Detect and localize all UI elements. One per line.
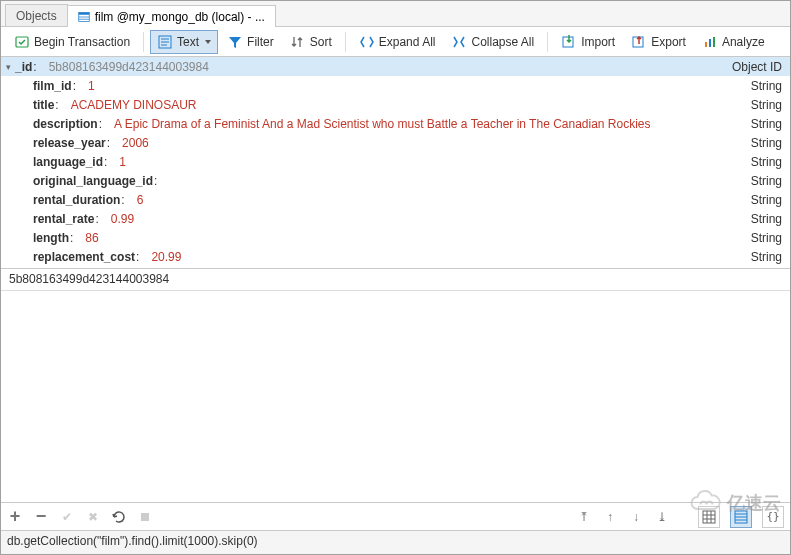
document-view: ▾_id:5b808163499d423144003984Object IDfi… [1, 57, 790, 268]
colon: : [73, 79, 76, 93]
field-row-release_year[interactable]: release_year:2006String [1, 133, 790, 152]
field-value: 20.99 [151, 250, 181, 264]
field-row-language_id[interactable]: language_id:1String [1, 152, 790, 171]
field-value: 6 [137, 193, 144, 207]
analyze-button[interactable]: Analyze [695, 30, 772, 54]
field-value: 1 [88, 79, 95, 93]
transaction-icon [14, 34, 30, 50]
collapse-all-label: Collapse All [471, 35, 534, 49]
field-key: film_id [33, 79, 72, 93]
svg-rect-1 [78, 12, 89, 14]
sort-label: Sort [310, 35, 332, 49]
collapse-icon[interactable]: ▾ [1, 62, 15, 72]
json-icon: {} [766, 510, 779, 523]
import-icon [561, 34, 577, 50]
text-view-button[interactable]: Text [150, 30, 218, 54]
colon: : [55, 98, 58, 112]
tab-bar: Objects film @my_mongo_db (local) - ... [1, 1, 790, 27]
field-row-description[interactable]: description:A Epic Drama of a Feminist A… [1, 114, 790, 133]
stop-button[interactable] [137, 509, 153, 525]
prev-page-button[interactable]: ↑ [602, 509, 618, 525]
field-row-length[interactable]: length:86String [1, 228, 790, 247]
sort-button[interactable]: Sort [283, 30, 339, 54]
field-value: 2006 [122, 136, 149, 150]
colon: : [136, 250, 139, 264]
field-value: A Epic Drama of a Feminist And a Mad Sci… [114, 117, 651, 131]
tab-film-label: film @my_mongo_db (local) - ... [95, 6, 265, 28]
import-label: Import [581, 35, 615, 49]
field-type: String [751, 193, 782, 207]
svg-rect-13 [713, 37, 715, 47]
export-button[interactable]: Export [624, 30, 693, 54]
field-type: String [751, 98, 782, 112]
field-key: _id [15, 60, 32, 74]
query-text: db.getCollection("film").find().limit(10… [7, 534, 258, 548]
remove-record-button[interactable]: − [33, 509, 49, 525]
colon: : [70, 231, 73, 245]
next-page-button[interactable]: ↓ [628, 509, 644, 525]
field-row-title[interactable]: title:ACADEMY DINOSAURString [1, 95, 790, 114]
field-row-replacement_cost[interactable]: replacement_cost:20.99String [1, 247, 790, 266]
import-button[interactable]: Import [554, 30, 622, 54]
separator [143, 32, 144, 52]
field-type: String [751, 250, 782, 264]
json-view-button[interactable]: {} [762, 506, 784, 528]
colon: : [104, 155, 107, 169]
field-type: String [751, 155, 782, 169]
field-type: String [751, 231, 782, 245]
tab-objects[interactable]: Objects [5, 4, 68, 26]
first-page-button[interactable]: ⤒ [576, 509, 592, 525]
field-key: title [33, 98, 54, 112]
tab-film[interactable]: film @my_mongo_db (local) - ... [67, 5, 276, 27]
field-value: 1 [119, 155, 126, 169]
field-row-film_id[interactable]: film_id:1String [1, 76, 790, 95]
field-row-_id[interactable]: ▾_id:5b808163499d423144003984Object ID [1, 57, 790, 76]
status-bar: 5b808163499d423144003984 [1, 268, 790, 290]
field-row-rental_duration[interactable]: rental_duration:6String [1, 190, 790, 209]
svg-rect-12 [709, 39, 711, 47]
toolbar: Begin Transaction Text Filter Sort Expan… [1, 27, 790, 57]
field-row-original_language_id[interactable]: original_language_id:String [1, 171, 790, 190]
field-key: description [33, 117, 98, 131]
svg-rect-15 [703, 511, 715, 523]
empty-panel [1, 290, 790, 502]
text-dropdown-icon[interactable] [205, 40, 211, 44]
refresh-button[interactable] [111, 509, 127, 525]
status-text: 5b808163499d423144003984 [9, 272, 169, 286]
filter-icon [227, 34, 243, 50]
colon: : [107, 136, 110, 150]
field-type: String [751, 212, 782, 226]
export-icon [631, 34, 647, 50]
add-record-button[interactable]: + [7, 509, 23, 525]
colon: : [154, 174, 157, 188]
field-value: 5b808163499d423144003984 [49, 60, 209, 74]
field-value: 0.99 [111, 212, 134, 226]
field-value: 86 [85, 231, 98, 245]
field-key: release_year [33, 136, 106, 150]
cancel-button[interactable]: ✖ [85, 509, 101, 525]
analyze-label: Analyze [722, 35, 765, 49]
filter-button[interactable]: Filter [220, 30, 281, 54]
export-label: Export [651, 35, 686, 49]
expand-all-button[interactable]: Expand All [352, 30, 443, 54]
grid-view-button[interactable] [698, 506, 720, 528]
tree-view-button[interactable] [730, 506, 752, 528]
collapse-all-button[interactable]: Collapse All [444, 30, 541, 54]
query-bar[interactable]: db.getCollection("film").find().limit(10… [1, 530, 790, 554]
field-type: String [751, 117, 782, 131]
field-row-rental_rate[interactable]: rental_rate:0.99String [1, 209, 790, 228]
expand-all-label: Expand All [379, 35, 436, 49]
colon: : [99, 117, 102, 131]
colon: : [33, 60, 36, 74]
sort-icon [290, 34, 306, 50]
last-page-button[interactable]: ⤓ [654, 509, 670, 525]
text-view-label: Text [177, 35, 199, 49]
expand-icon [359, 34, 375, 50]
begin-transaction-button[interactable]: Begin Transaction [7, 30, 137, 54]
field-key: rental_duration [33, 193, 120, 207]
bottom-toolbar: + − ✔ ✖ ⤒ ↑ ↓ ⤓ {} [1, 502, 790, 530]
collapse-icon [451, 34, 467, 50]
commit-button[interactable]: ✔ [59, 509, 75, 525]
field-type: String [751, 79, 782, 93]
field-key: original_language_id [33, 174, 153, 188]
